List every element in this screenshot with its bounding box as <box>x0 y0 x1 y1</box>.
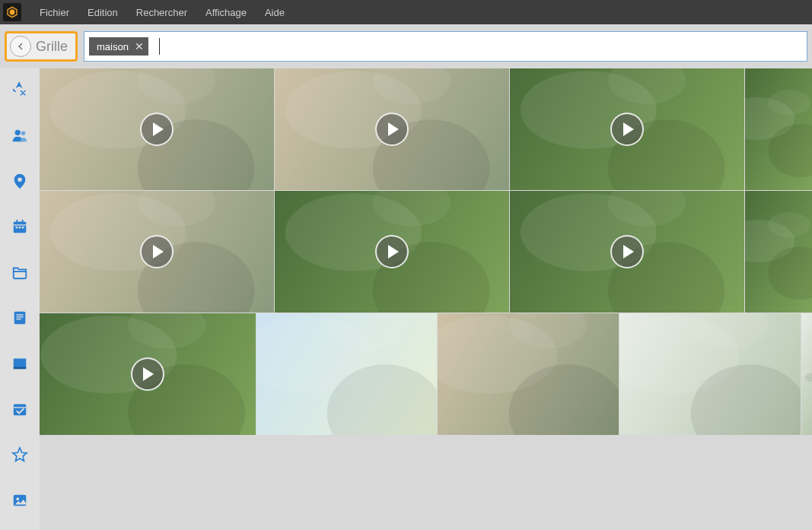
media-thumbnail[interactable] <box>438 313 619 435</box>
album-icon[interactable] <box>9 353 30 374</box>
remove-tag-icon[interactable]: ✕ <box>135 40 144 52</box>
svg-rect-9 <box>22 227 24 228</box>
svg-point-57 <box>805 368 812 372</box>
svg-rect-14 <box>14 367 27 370</box>
svg-rect-13 <box>14 359 27 369</box>
menu-aide[interactable]: Aide <box>256 2 294 23</box>
chevron-left-icon <box>10 36 31 57</box>
svg-rect-4 <box>14 224 27 225</box>
svg-point-42 <box>768 212 810 238</box>
media-thumbnail[interactable] <box>745 191 812 313</box>
menu-edition[interactable]: Edition <box>78 2 127 23</box>
svg-rect-7 <box>16 227 18 228</box>
media-thumbnail[interactable] <box>275 68 509 190</box>
svg-rect-16 <box>14 407 27 408</box>
events-calendar-icon[interactable] <box>9 216 30 237</box>
media-thumbnail[interactable] <box>745 68 812 190</box>
sidebar <box>0 68 40 530</box>
play-icon[interactable] <box>140 235 174 268</box>
play-icon[interactable] <box>375 113 409 146</box>
media-thumbnail[interactable] <box>275 191 509 313</box>
grid-row <box>40 313 812 435</box>
play-icon[interactable] <box>140 113 174 146</box>
media-thumbnail[interactable] <box>801 313 812 435</box>
menu-affichage[interactable]: Affichage <box>196 2 256 23</box>
toolbar: Grille maison ✕ <box>0 24 812 68</box>
media-thumbnail[interactable] <box>619 313 801 435</box>
menu-rechercher[interactable]: Rechercher <box>127 2 196 23</box>
svg-point-2 <box>18 177 22 182</box>
media-thumbnail[interactable] <box>40 68 274 190</box>
image-icon[interactable] <box>9 490 30 511</box>
auto-curate-icon[interactable] <box>9 79 30 100</box>
people-icon[interactable] <box>9 125 30 146</box>
search-input[interactable]: maison ✕ <box>84 31 807 62</box>
app-logo-icon <box>3 3 21 21</box>
play-icon[interactable] <box>375 235 409 268</box>
svg-rect-10 <box>16 314 23 315</box>
play-icon[interactable] <box>610 235 644 268</box>
media-thumbnail[interactable] <box>40 191 274 313</box>
info-card-icon[interactable] <box>9 307 30 328</box>
grid-row <box>40 68 812 190</box>
svg-rect-11 <box>16 316 23 317</box>
media-thumbnail[interactable] <box>256 313 438 435</box>
grid-row <box>40 191 812 313</box>
back-label: Grille <box>36 39 68 55</box>
svg-point-1 <box>21 132 26 136</box>
main-area <box>0 68 812 530</box>
media-thumbnail[interactable] <box>40 313 256 435</box>
menu-fichier[interactable]: Fichier <box>30 2 78 23</box>
svg-point-0 <box>15 130 21 135</box>
folder-icon[interactable] <box>9 262 30 283</box>
play-icon[interactable] <box>610 113 644 146</box>
search-tag-chip: maison ✕ <box>89 37 148 56</box>
text-cursor <box>159 38 160 55</box>
media-grid <box>40 68 812 530</box>
back-to-grid-button[interactable]: Grille <box>5 31 78 62</box>
calendar-check-icon[interactable] <box>9 398 30 420</box>
star-icon[interactable] <box>9 444 30 465</box>
media-thumbnail[interactable] <box>510 68 744 190</box>
svg-rect-5 <box>16 220 18 224</box>
svg-point-30 <box>768 90 810 116</box>
svg-rect-6 <box>22 220 24 224</box>
search-tag-label: maison <box>97 41 129 52</box>
svg-rect-8 <box>19 227 21 228</box>
svg-rect-15 <box>14 405 27 416</box>
media-thumbnail[interactable] <box>510 191 744 313</box>
menubar: Fichier Edition Rechercher Affichage Aid… <box>0 0 812 24</box>
svg-point-18 <box>16 497 19 500</box>
play-icon[interactable] <box>131 357 164 391</box>
svg-rect-12 <box>16 319 21 319</box>
places-pin-icon[interactable] <box>9 170 30 192</box>
